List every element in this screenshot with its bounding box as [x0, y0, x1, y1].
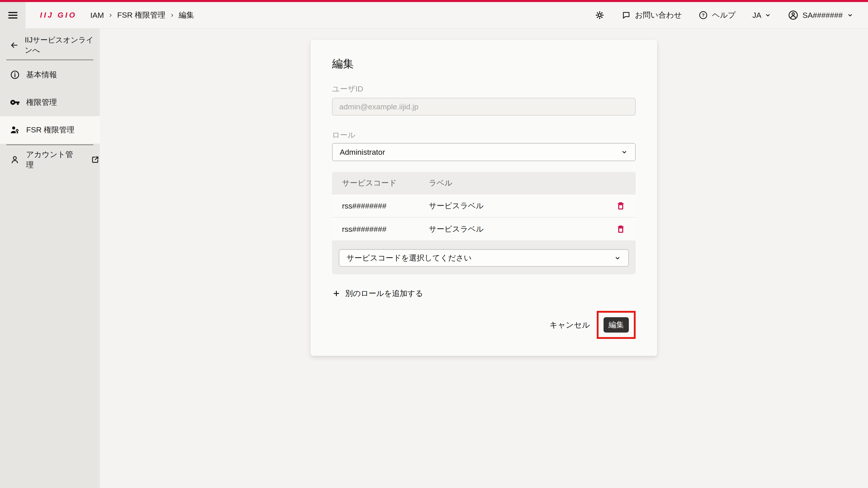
header-actions: お問い合わせ ? ヘルプ JA — [595, 10, 868, 20]
service-code-cell: rss######## — [342, 225, 429, 234]
header: IIJ GIO IAM › FSR 権限管理 › 編集 — [0, 2, 868, 29]
column-header-label: ラベル — [429, 178, 611, 188]
page-title: 編集 — [332, 57, 636, 70]
user-id-value: admin@example.iijid.jp — [339, 102, 418, 111]
help-button[interactable]: ? ヘルプ — [699, 10, 736, 20]
sidebar-divider — [6, 144, 93, 145]
account-label: SA####### — [802, 11, 843, 20]
breadcrumb-item-edit: 編集 — [179, 10, 194, 20]
column-header-service-code: サービスコード — [342, 178, 429, 188]
chevron-down-icon — [621, 149, 628, 156]
sidebar-divider — [6, 60, 93, 60]
service-code-panel: サービスコード ラベル rss######## サービスラベル — [332, 172, 636, 274]
service-label-cell: サービスラベル — [429, 201, 611, 211]
sidebar-item-label: 基本情報 — [26, 70, 57, 80]
trash-icon — [616, 201, 626, 211]
sidebar-item-label: 権限管理 — [26, 97, 57, 107]
breadcrumb-item-fsr[interactable]: FSR 権限管理 — [117, 10, 165, 20]
help-label: ヘルプ — [712, 10, 736, 20]
breadcrumb: IAM › FSR 権限管理 › 編集 — [90, 10, 194, 20]
brand-logo[interactable]: IIJ GIO — [40, 11, 76, 20]
sidebar-back-link[interactable]: IIJサービスオンラインへ — [0, 32, 100, 59]
help-icon: ? — [699, 10, 708, 20]
delete-row-button[interactable] — [616, 224, 626, 234]
service-code-select[interactable]: サービスコードを選択してください — [339, 249, 629, 267]
contact-button[interactable]: お問い合わせ — [621, 10, 682, 20]
person-icon — [10, 155, 20, 165]
service-table-header: サービスコード ラベル — [332, 172, 636, 194]
hamburger-icon — [8, 12, 18, 19]
breadcrumb-separator: › — [110, 11, 112, 19]
person-key-icon — [10, 125, 20, 135]
role-label: ロール — [332, 130, 636, 139]
external-link-icon — [91, 155, 100, 164]
svg-text:?: ? — [702, 12, 705, 18]
form-actions: キャンセル 編集 — [332, 311, 636, 339]
sun-icon — [595, 10, 604, 20]
table-row: rss######## サービスラベル — [332, 194, 636, 217]
role-select-value: Administrator — [340, 148, 385, 157]
contact-label: お問い合わせ — [635, 10, 682, 20]
breadcrumb-item-iam[interactable]: IAM — [90, 11, 104, 20]
chevron-down-icon — [847, 12, 854, 19]
top-accent-bar — [0, 0, 868, 2]
user-id-label: ユーザID — [332, 84, 636, 93]
service-code-select-placeholder: サービスコードを選択してください — [346, 253, 472, 263]
menu-button[interactable] — [0, 2, 26, 28]
sidebar-back-label: IIJサービスオンラインへ — [25, 35, 100, 55]
main-content: 編集 ユーザID admin@example.iijid.jp ロール Admi… — [100, 29, 868, 488]
annotation-highlight-box: 編集 — [597, 311, 636, 339]
user-id-input: admin@example.iijid.jp — [332, 98, 636, 116]
info-icon — [10, 70, 20, 80]
app-root: IIJ GIO IAM › FSR 権限管理 › 編集 — [0, 0, 868, 488]
sidebar-item-label: アカウント管理 — [26, 149, 80, 170]
plus-icon — [332, 289, 341, 298]
sidebar-item-basic-info[interactable]: 基本情報 — [0, 61, 100, 89]
service-code-select-area: サービスコードを選択してください — [332, 240, 636, 274]
add-role-label: 別のロールを追加する — [345, 288, 423, 299]
sidebar-item-account-management[interactable]: アカウント管理 — [0, 146, 100, 173]
language-selector[interactable]: JA — [752, 11, 772, 20]
cancel-button[interactable]: キャンセル — [550, 320, 590, 330]
sidebar-item-fsr-permissions[interactable]: FSR 権限管理 — [0, 116, 100, 144]
edit-form-card: 編集 ユーザID admin@example.iijid.jp ロール Admi… — [311, 40, 657, 356]
role-select[interactable]: Administrator — [332, 143, 636, 161]
language-label: JA — [752, 11, 762, 20]
sidebar-item-label: FSR 権限管理 — [26, 125, 74, 135]
account-circle-icon — [788, 10, 798, 20]
chat-bubble-icon — [621, 10, 631, 20]
chevron-down-icon — [765, 12, 771, 19]
back-arrow-icon — [10, 40, 18, 50]
account-menu[interactable]: SA####### — [788, 10, 854, 20]
theme-toggle-button[interactable] — [595, 10, 604, 20]
trash-icon — [616, 224, 626, 234]
chevron-down-icon — [614, 254, 621, 262]
breadcrumb-separator: › — [171, 11, 174, 19]
key-icon — [10, 97, 20, 107]
service-code-cell: rss######## — [342, 201, 429, 210]
table-row: rss######## サービスラベル — [332, 217, 636, 240]
service-label-cell: サービスラベル — [429, 224, 611, 234]
sidebar-item-permissions[interactable]: 権限管理 — [0, 89, 100, 116]
add-role-button[interactable]: 別のロールを追加する — [332, 288, 423, 299]
delete-row-button[interactable] — [616, 201, 626, 211]
sidebar: IIJサービスオンラインへ 基本情報 権限管理 — [0, 29, 100, 488]
submit-edit-button[interactable]: 編集 — [603, 317, 629, 332]
